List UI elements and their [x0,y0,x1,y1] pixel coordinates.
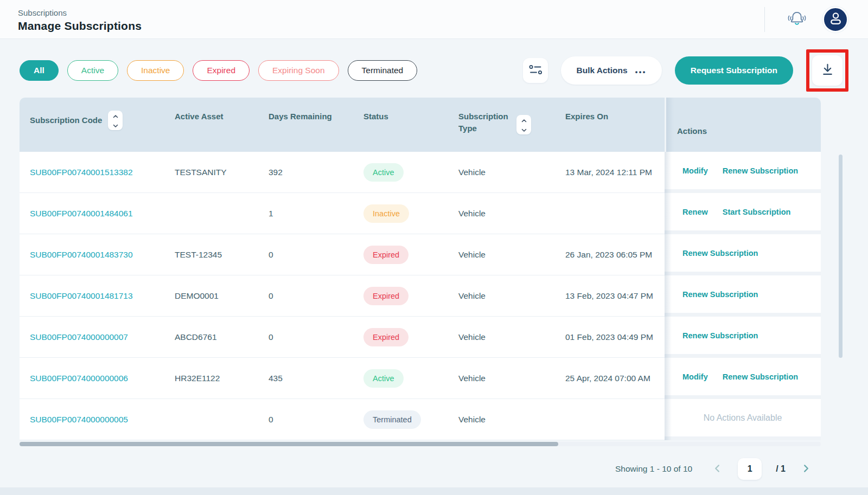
cell-days-remaining: 435 [269,374,363,383]
top-bar: Subscriptions Manage Subscriptions [0,0,868,39]
cell-status: Expired [363,328,458,346]
cell-actions: ModifyRenew Subscription [665,152,821,193]
top-bar-right [764,7,848,33]
cell-subscription-type: Vehicle [458,291,565,301]
notifications-button[interactable] [787,10,807,29]
renew-subscription-link[interactable]: Renew Subscription [682,290,758,299]
start-subscription-link[interactable]: Start Subscription [723,208,791,216]
column-header-actions: Actions [665,98,821,152]
subscription-code-link[interactable]: SUB00FP0074000000006 [30,374,128,383]
column-header-status: Status [363,98,458,123]
filter-toolbar-row: AllActiveInactiveExpiredExpiring SoonTer… [20,55,848,86]
cell-days-remaining: 0 [269,415,363,425]
chevron-right-icon [802,464,810,475]
cell-subscription-code: SUB00FP00740001481713 [30,291,175,301]
main-content: AllActiveInactiveExpiredExpiring SoonTer… [0,55,868,480]
toolbar: Bulk Actions ••• Request Subscription [523,49,848,92]
cell-subscription-code: SUB00FP0074000000006 [30,374,175,383]
cell-expires-on: 25 Apr, 2024 07:00 AM [565,374,665,383]
cell-expires-on: 13 Feb, 2023 04:47 PM [565,291,665,301]
cell-days-remaining: 0 [269,291,363,301]
renew-subscription-link[interactable]: Renew Subscription [682,249,758,258]
next-page-button[interactable] [800,461,813,477]
cell-subscription-type: Vehicle [458,332,565,342]
vertical-scrollbar-thumb[interactable] [839,155,843,358]
no-actions-label: No Actions Available [682,413,821,423]
renew-link[interactable]: Renew [682,208,708,216]
table-row: SUB00FP007400014840611InactiveVehicleRen… [20,193,821,234]
subscription-code-link[interactable]: SUB00FP00740001513382 [30,168,133,177]
current-page-box[interactable]: 1 [738,458,762,480]
cell-active-asset: TEST-12345 [175,250,269,260]
renew-subscription-link[interactable]: Renew Subscription [723,166,798,175]
column-label: Days Remaining [269,111,332,123]
cell-days-remaining: 392 [269,168,363,177]
table-row: SUB00FP0074000000007ABCD67610ExpiredVehi… [20,317,821,358]
chevron-left-icon [713,464,722,475]
cell-status: Expired [363,246,458,264]
cell-subscription-type: Vehicle [458,168,565,177]
filter-chip-all[interactable]: All [20,60,59,81]
filter-chip-terminated[interactable]: Terminated [348,60,418,81]
cell-subscription-type: Vehicle [458,374,565,383]
column-header-expires-on: Expires On [565,98,665,123]
renew-subscription-link[interactable]: Renew Subscription [682,331,758,340]
showing-range-text: Showing 1 - 10 of 10 [615,464,692,474]
table-row: SUB00FP00740000000050TerminatedVehicleNo… [20,399,821,440]
cell-expires-on: 26 Jan, 2023 06:05 PM [565,250,665,260]
bulk-actions-button[interactable]: Bulk Actions ••• [561,56,661,85]
cell-days-remaining: 0 [269,332,363,342]
subscription-code-link[interactable]: SUB00FP0074000000005 [30,415,128,424]
cell-subscription-type: Vehicle [458,415,565,425]
table-body: SUB00FP00740001513382TESTSANITY392Active… [20,152,821,440]
filter-chip-expiring-soon[interactable]: Expiring Soon [258,60,339,81]
modify-link[interactable]: Modify [682,372,708,381]
cell-subscription-type: Vehicle [458,209,565,218]
cell-subscription-code: SUB00FP00740001513382 [30,168,175,177]
subscription-code-link[interactable]: SUB00FP0074000000007 [30,332,128,342]
filter-chip-inactive[interactable]: Inactive [127,60,184,81]
column-settings-button[interactable] [523,58,548,83]
cell-subscription-code: SUB00FP0074000000005 [30,415,175,425]
table-row: SUB00FP0074000000006HR32E1122435ActiveVe… [20,358,821,399]
request-subscription-button[interactable]: Request Subscription [675,56,793,85]
previous-page-button[interactable] [711,461,724,477]
column-label: Status [363,111,388,123]
cell-expires-on: 01 Feb, 2023 04:49 PM [565,332,665,342]
download-button[interactable] [812,55,843,86]
cell-actions: ModifyRenew Subscription [665,358,821,399]
table-row: SUB00FP00740001481713DEMO00010ExpiredVeh… [20,275,821,317]
column-header-subscription-type: Subscription Type [458,98,565,134]
sort-button-subscription-type[interactable] [516,115,531,134]
subscription-code-link[interactable]: SUB00FP00740001484061 [30,209,133,218]
status-badge: Expired [363,287,409,305]
column-label: Expires On [565,111,608,123]
horizontal-scrollbar-thumb[interactable] [20,442,558,446]
subscription-code-link[interactable]: SUB00FP00740001483730 [30,250,133,259]
modify-link[interactable]: Modify [682,166,708,175]
column-header-active-asset: Active Asset [175,98,269,123]
subscriptions-table: Subscription CodeActive AssetDays Remain… [20,98,821,446]
cell-subscription-code: SUB00FP00740001483730 [30,250,175,260]
column-settings-icon [528,64,543,77]
cell-status: Active [363,163,458,182]
subscription-code-link[interactable]: SUB00FP00740001481713 [30,291,133,300]
table-header-row: Subscription CodeActive AssetDays Remain… [20,98,821,152]
sort-button-subscription-code[interactable] [108,111,123,130]
status-badge: Expired [363,328,409,346]
column-label: Active Asset [175,111,224,123]
title-block: Subscriptions Manage Subscriptions [18,6,142,33]
table-row: SUB00FP00740001483730TEST-123450ExpiredV… [20,234,821,275]
cell-active-asset: TESTSANITY [175,168,269,177]
download-icon [820,62,835,79]
vertical-divider [764,7,765,32]
status-badge: Active [363,163,404,182]
renew-subscription-link[interactable]: Renew Subscription [723,372,798,381]
filter-chip-expired[interactable]: Expired [193,60,250,81]
bottom-edge-band [0,487,868,495]
column-header-subscription-code: Subscription Code [30,98,175,130]
filter-chip-active[interactable]: Active [67,60,118,81]
user-avatar[interactable] [822,7,848,33]
cell-active-asset: DEMO0001 [175,291,269,301]
column-label: Subscription Type [458,111,510,134]
